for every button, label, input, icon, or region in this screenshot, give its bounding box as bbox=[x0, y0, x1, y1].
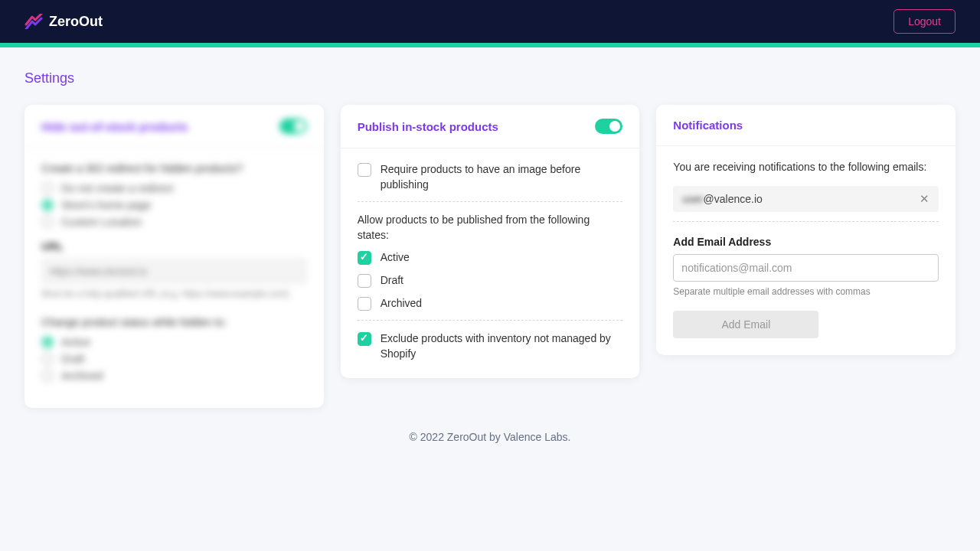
add-email-hint: Separate multiple email addresses with c… bbox=[673, 286, 939, 297]
logo[interactable]: ZeroOut bbox=[24, 14, 103, 30]
remove-email-icon[interactable]: ✕ bbox=[920, 193, 929, 204]
state-label: Archived bbox=[381, 296, 422, 311]
radio-label: Active bbox=[61, 336, 90, 348]
separator bbox=[358, 201, 623, 202]
state-archived-checkbox[interactable] bbox=[358, 297, 371, 311]
status-option[interactable]: Draft bbox=[41, 353, 307, 365]
notifications-receiving-text: You are receiving notifications to the f… bbox=[673, 160, 939, 175]
radio-icon bbox=[41, 199, 54, 211]
footer-text: © 2022 ZeroOut by Valence Labs. bbox=[24, 431, 956, 443]
url-input[interactable] bbox=[41, 259, 307, 284]
status-option[interactable]: Archived bbox=[41, 370, 307, 382]
redirect-option[interactable]: Custom Location bbox=[41, 216, 307, 228]
url-hint: Must be a fully-qualified URL (e.g. http… bbox=[41, 289, 307, 299]
radio-icon bbox=[41, 370, 54, 382]
zeroout-logo-icon bbox=[24, 14, 43, 29]
state-label: Active bbox=[381, 250, 410, 266]
email-domain: @valence.io bbox=[704, 193, 763, 205]
add-email-label: Add Email Address bbox=[673, 236, 939, 248]
add-email-input[interactable] bbox=[673, 254, 939, 282]
state-label: Draft bbox=[381, 273, 403, 289]
require-image-label: Require products to have an image before… bbox=[381, 162, 623, 192]
notifications-card: Notifications You are receiving notifica… bbox=[656, 105, 956, 355]
state-draft-checkbox[interactable] bbox=[358, 274, 371, 288]
radio-label: Archived bbox=[61, 370, 103, 382]
publish-toggle[interactable] bbox=[595, 119, 622, 134]
separator bbox=[673, 221, 939, 222]
radio-label: Do not create a redirect bbox=[61, 182, 173, 194]
radio-icon bbox=[41, 353, 54, 365]
email-chip: user@valence.io ✕ bbox=[673, 186, 939, 212]
logout-button[interactable]: Logout bbox=[893, 9, 956, 34]
hide-card-title: Hide out-of-stock products bbox=[41, 120, 188, 133]
separator bbox=[358, 320, 623, 321]
publish-products-card: Publish in-stock products Require produc… bbox=[341, 105, 640, 378]
radio-icon bbox=[41, 182, 54, 194]
radio-label: Store's home page bbox=[61, 199, 151, 211]
radio-icon bbox=[41, 216, 54, 228]
redirect-label: Create a 302 redirect for hidden product… bbox=[41, 162, 307, 174]
status-label: Change product status while hidden to: bbox=[41, 316, 307, 328]
email-prefix-blurred: user bbox=[682, 193, 703, 205]
hide-toggle[interactable] bbox=[279, 119, 307, 134]
page-title: Settings bbox=[24, 70, 956, 86]
radio-label: Custom Location bbox=[61, 216, 142, 228]
app-header: ZeroOut Logout bbox=[0, 0, 980, 43]
redirect-option[interactable]: Do not create a redirect bbox=[41, 182, 307, 194]
url-label: URL bbox=[41, 240, 307, 253]
redirect-option[interactable]: Store's home page bbox=[41, 199, 307, 211]
require-image-checkbox[interactable] bbox=[358, 163, 371, 177]
publish-card-title: Publish in-stock products bbox=[358, 120, 498, 133]
radio-label: Draft bbox=[61, 353, 84, 365]
exclude-label: Exclude products with inventory not mana… bbox=[381, 331, 623, 361]
radio-icon bbox=[41, 336, 54, 348]
app-name: ZeroOut bbox=[49, 14, 103, 30]
state-active-checkbox[interactable] bbox=[358, 251, 371, 265]
add-email-button[interactable]: Add Email bbox=[673, 311, 818, 338]
hide-products-card: Hide out-of-stock products Create a 302 … bbox=[24, 105, 324, 408]
states-label: Allow products to be published from the … bbox=[358, 213, 623, 243]
status-option[interactable]: Active bbox=[41, 336, 307, 348]
exclude-checkbox[interactable] bbox=[358, 332, 371, 346]
notifications-title: Notifications bbox=[673, 119, 743, 132]
